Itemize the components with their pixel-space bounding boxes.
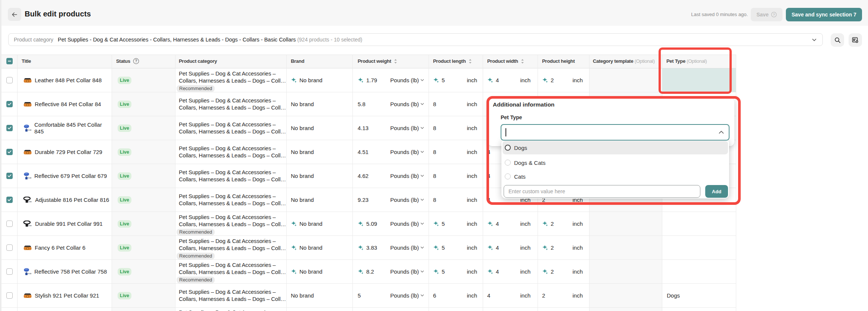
svg-text:?: ?	[135, 59, 137, 63]
svg-text:?: ?	[773, 13, 775, 16]
